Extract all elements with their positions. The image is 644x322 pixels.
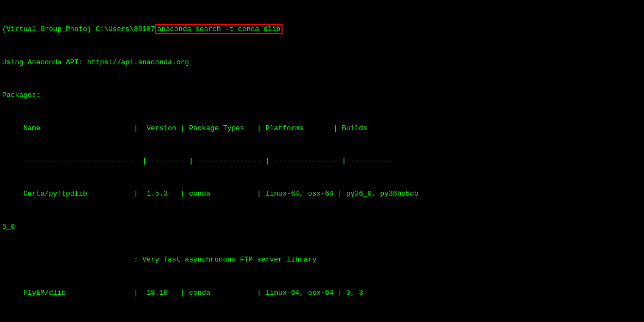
line-5: -------------------------- | -------- | … (0, 156, 644, 167)
line-6b: 5_0 (0, 222, 644, 233)
line-6: Carta/pyftpdlib | 1.5.3 | conda | linux-… (0, 189, 644, 199)
line-4: Name | Version | Package Types | Platfor… (0, 123, 644, 134)
line-2: Using Anaconda API: https://api.anaconda… (0, 57, 644, 68)
terminal-container: (Virtual_Group_Photo) C:\Users\86187anac… (0, 0, 644, 322)
prompt-prefix: (Virtual_Group_Photo) C:\Users\86187 (2, 25, 155, 33)
line-7: : Very fast asynchronous FTP server libr… (0, 254, 644, 265)
command-highlighted: anaconda search -t conda dlib (155, 24, 283, 34)
terminal-output: (Virtual_Group_Photo) C:\Users\86187anac… (0, 0, 644, 322)
line-3: Packages: (0, 90, 644, 101)
line-1: (Virtual_Group_Photo) C:\Users\86187anac… (0, 24, 644, 35)
line-8: FlyEM/dlib | 18.16 | conda | linux-64, o… (0, 288, 644, 299)
